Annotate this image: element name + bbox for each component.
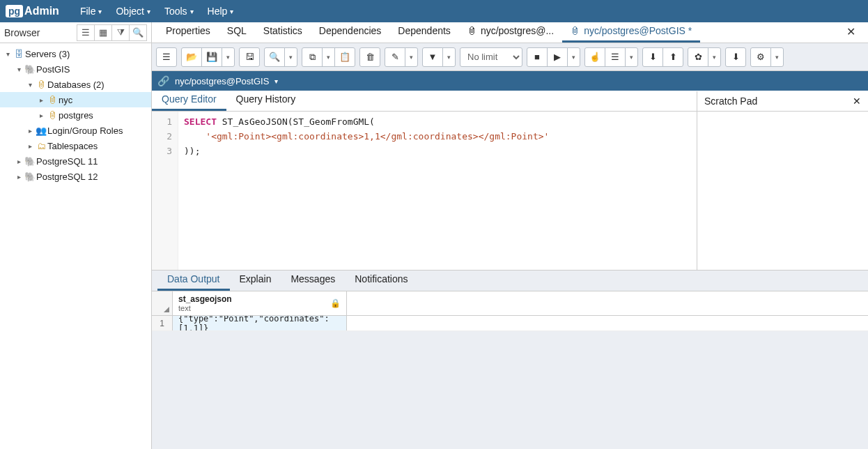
tb-macros[interactable]: ⚙ xyxy=(750,47,771,67)
code-content[interactable]: SELECT ST_AsGeoJSON(ST_GeomFromGML( '<gm… xyxy=(178,112,697,270)
grid-cell[interactable]: {"type":"Point","coordinates":[1,1]} xyxy=(173,316,347,330)
tab-data-output[interactable]: Data Output xyxy=(157,269,230,291)
tb-find[interactable]: 🔍 xyxy=(264,47,285,67)
tb-execute-dd[interactable]: ▾ xyxy=(567,47,580,67)
tab-statistics[interactable]: Statistics xyxy=(255,22,311,43)
tree-postgis[interactable]: ▾🐘PostGIS xyxy=(0,61,151,77)
tb-explain[interactable]: ☝ xyxy=(584,47,605,67)
tb-copy[interactable]: ⧉ xyxy=(302,47,323,67)
filter-icon: ▼ xyxy=(428,52,437,62)
tree-label: PostgreSQL 11 xyxy=(36,156,98,167)
expand-icon[interactable]: ▸ xyxy=(25,127,35,135)
chevron-down-icon: ▾ xyxy=(98,8,102,15)
tree-db-postgres[interactable]: ▸🛢postgres xyxy=(0,107,151,123)
expand-icon[interactable]: ▸ xyxy=(25,142,35,150)
tab-close-button[interactable]: ✕ xyxy=(839,22,862,43)
tb-explain-dd[interactable]: ▾ xyxy=(625,47,638,67)
main-tabstrip: Properties SQL Statistics Dependencies D… xyxy=(152,22,868,43)
browser-buttons: ☰ ▦ ⧩ 🔍 xyxy=(77,24,147,41)
tab-query-1[interactable]: 🛢nyc/postgres@... xyxy=(459,22,562,43)
tb-limit-select[interactable]: No limit xyxy=(460,47,522,67)
tb-explain-analyze[interactable]: ☰ xyxy=(605,47,626,67)
tree-pg12[interactable]: ▸🐘PostgreSQL 12 xyxy=(0,169,151,184)
scratch-pad[interactable] xyxy=(697,112,868,270)
object-tree: ▾🗄Servers (3) ▾🐘PostGIS ▾🛢Databases (2) … xyxy=(0,43,151,449)
menu-file[interactable]: File▾ xyxy=(73,6,109,17)
tb-macros-dd[interactable]: ▾ xyxy=(770,47,784,67)
tb-stop[interactable]: ■ xyxy=(527,47,548,67)
tb-save[interactable]: 💾 xyxy=(201,47,222,67)
close-icon[interactable]: ✕ xyxy=(853,96,861,107)
tab-sql[interactable]: SQL xyxy=(219,22,255,43)
expand-icon[interactable]: ▸ xyxy=(14,173,24,181)
tab-explain[interactable]: Explain xyxy=(230,269,281,291)
tree-db-nyc[interactable]: ▸🛢nyc xyxy=(0,92,151,107)
tab-messages[interactable]: Messages xyxy=(281,269,345,291)
search-icon: 🔍 xyxy=(132,27,144,38)
commit-icon: ⬇ xyxy=(649,52,657,62)
collapse-icon[interactable]: ▾ xyxy=(3,50,13,58)
connection-label[interactable]: nyc/postgres@PostGIS xyxy=(175,76,269,86)
chevron-down-icon: ▾ xyxy=(713,54,716,61)
tree-tablespaces[interactable]: ▸🗂Tablespaces xyxy=(0,138,151,153)
menu-object[interactable]: Object▾ xyxy=(109,6,157,17)
tb-rollback[interactable]: ⬆ xyxy=(662,47,683,67)
browser-btn-search[interactable]: 🔍 xyxy=(129,24,147,41)
tb-filter-dd[interactable]: ▾ xyxy=(442,47,456,67)
tb-edit[interactable]: ✎ xyxy=(385,47,405,67)
grid-row[interactable]: 1 {"type":"Point","coordinates":[1,1]} xyxy=(152,316,868,331)
tb-open[interactable]: 📂 xyxy=(181,47,202,67)
browser-panel: Browser ☰ ▦ ⧩ 🔍 ▾🗄Servers (3) ▾🐘PostGIS … xyxy=(0,22,152,449)
browser-btn-filter[interactable]: ⧩ xyxy=(111,24,130,41)
tb-clear-dd[interactable]: ▾ xyxy=(708,47,721,67)
browser-btn-props[interactable]: ☰ xyxy=(77,24,95,41)
chevron-down-icon[interactable]: ▾ xyxy=(274,77,278,85)
collapse-icon[interactable]: ▾ xyxy=(25,81,35,89)
menu-help[interactable]: Help▾ xyxy=(201,6,241,17)
tb-refresh[interactable]: ☰ xyxy=(156,47,177,67)
tb-commit[interactable]: ⬇ xyxy=(642,47,663,67)
sql-indent xyxy=(184,131,206,142)
folder-open-icon: 📂 xyxy=(186,52,197,62)
paste-icon: 📋 xyxy=(339,52,350,62)
tree-databases[interactable]: ▾🛢Databases (2) xyxy=(0,77,151,92)
expand-icon[interactable]: ▸ xyxy=(14,158,24,165)
tb-execute[interactable]: ▶ xyxy=(547,47,568,67)
right-pane: Properties SQL Statistics Dependencies D… xyxy=(152,22,868,449)
expand-icon[interactable]: ▸ xyxy=(36,112,46,119)
tab-dependents[interactable]: Dependents xyxy=(389,22,459,43)
tb-paste[interactable]: 📋 xyxy=(334,47,355,67)
expand-icon[interactable]: ▸ xyxy=(36,96,46,104)
tree-roles[interactable]: ▸👥Login/Group Roles xyxy=(0,123,151,138)
tab-query-2[interactable]: 🛢nyc/postgres@PostGIS * xyxy=(562,22,700,43)
tb-copy-dd[interactable]: ▾ xyxy=(322,47,335,67)
chevron-down-icon: ▾ xyxy=(190,8,194,15)
tablespace-icon: 🗂 xyxy=(35,141,47,151)
copy-icon: ⧉ xyxy=(309,52,316,63)
tb-delete[interactable]: 🗑 xyxy=(359,47,380,67)
tab-query-history[interactable]: Query History xyxy=(226,89,306,111)
menu-tools[interactable]: Tools▾ xyxy=(157,6,201,17)
tab-dependencies[interactable]: Dependencies xyxy=(311,22,390,43)
collapse-icon[interactable]: ▾ xyxy=(14,66,24,73)
tb-find-dd[interactable]: ▾ xyxy=(284,47,297,67)
tab-query-editor[interactable]: Query Editor xyxy=(152,89,226,111)
tree-servers[interactable]: ▾🗄Servers (3) xyxy=(0,46,151,61)
browser-btn-grid[interactable]: ▦ xyxy=(94,24,112,41)
tb-clear[interactable]: ✿ xyxy=(688,47,708,67)
tb-saveas[interactable]: 🖫 xyxy=(239,47,260,67)
grid-corner[interactable] xyxy=(152,291,173,315)
grid-column-header[interactable]: st_asgeojson text 🔒 xyxy=(173,291,347,315)
tab-properties[interactable]: Properties xyxy=(157,22,219,43)
tab-notifications[interactable]: Notifications xyxy=(345,269,417,291)
tb-save-dd[interactable]: ▾ xyxy=(222,47,235,67)
menu-help-label: Help xyxy=(208,6,228,17)
tb-edit-dd[interactable]: ▾ xyxy=(405,47,418,67)
tb-download[interactable]: ⬇ xyxy=(725,47,746,67)
play-icon: ▶ xyxy=(554,52,561,62)
tb-filter[interactable]: ▼ xyxy=(422,47,443,67)
menu-bar: pgAdmin File▾ Object▾ Tools▾ Help▾ xyxy=(0,0,868,22)
tree-pg11[interactable]: ▸🐘PostgreSQL 11 xyxy=(0,153,151,169)
sql-editor[interactable]: 1 2 3 SELECT ST_AsGeoJSON(ST_GeomFromGML… xyxy=(152,112,697,270)
browser-title: Browser xyxy=(4,27,40,38)
